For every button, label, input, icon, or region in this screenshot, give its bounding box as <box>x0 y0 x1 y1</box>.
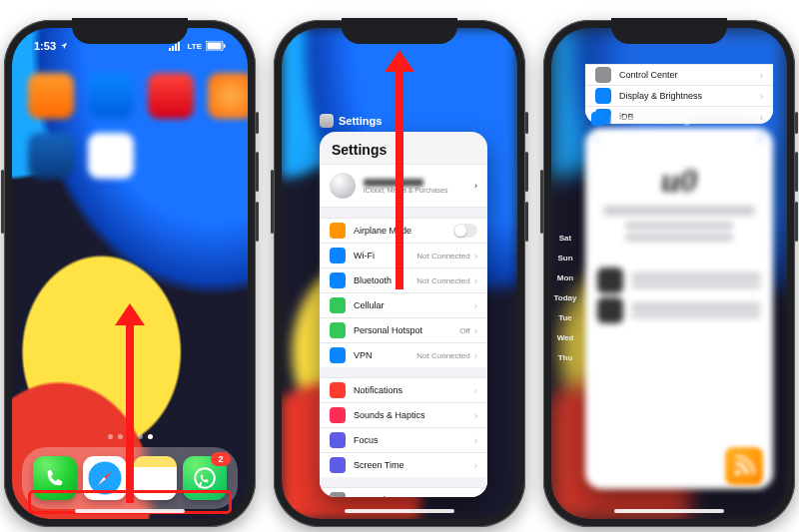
day-label: Mon <box>553 267 577 287</box>
settings-row-label: Wi-Fi <box>354 251 410 261</box>
settings-row-value: Off <box>459 326 470 335</box>
notch <box>72 18 188 44</box>
settings-row-icon <box>595 67 611 83</box>
back-icon[interactable]: ‹ <box>595 134 598 145</box>
settings-row-icon <box>330 492 346 497</box>
settings-row-icon <box>330 223 346 239</box>
thumb <box>597 267 623 293</box>
iphone-frame-2: Settings Settings iCloud, Media & Purcha… <box>274 20 525 527</box>
home-indicator[interactable] <box>345 509 454 513</box>
settings-row-icon <box>330 382 346 398</box>
settings-row[interactable]: Personal Hotspot Off› <box>320 317 487 342</box>
whatsapp-badge: 2 <box>211 452 231 466</box>
notch <box>342 18 457 44</box>
blog-app-card[interactable]: ‹ ⤴ u0 <box>585 128 773 489</box>
settings-row-icon <box>595 88 611 104</box>
day-label: Sun <box>553 248 577 267</box>
settings-icon <box>320 114 334 128</box>
switcher-card-label: iDownloadBlog <box>610 113 690 125</box>
settings-row-icon <box>330 432 346 448</box>
chevron-icon: › <box>474 251 477 262</box>
day-label: Sat <box>553 228 577 248</box>
page-indicator[interactable] <box>12 434 248 439</box>
tutorial-image: 1:53 LTE <box>0 0 799 532</box>
settings-row[interactable]: VPN Not Connected› <box>320 342 487 367</box>
thumb <box>597 297 623 323</box>
chevron-icon: › <box>474 350 477 361</box>
chevron-icon: › <box>474 300 477 311</box>
app-switcher[interactable]: Settings Settings iCloud, Media & Purcha… <box>282 28 517 519</box>
settings-row-value: Not Connected <box>416 351 469 360</box>
svg-rect-2 <box>175 44 177 51</box>
day-label: Wed <box>553 327 577 347</box>
apple-id-cell[interactable]: iCloud, Media & Purchases › <box>320 164 487 208</box>
svg-rect-5 <box>208 43 222 50</box>
day-label: Thu <box>553 347 577 367</box>
settings-row-label: Personal Hotspot <box>354 325 453 335</box>
settings-row-icon <box>330 272 346 288</box>
calendar-day-column-blurred: SatSunMonTodayTueWedThu <box>553 228 577 367</box>
svg-point-14 <box>735 470 741 476</box>
home-indicator[interactable] <box>614 509 724 513</box>
settings-row-label: Notifications <box>354 385 470 395</box>
day-label: Today <box>553 287 577 307</box>
settings-row-label: Sounds & Haptics <box>354 410 470 420</box>
settings-row-label: Display & Brightness <box>619 91 756 101</box>
svg-rect-0 <box>169 48 171 51</box>
settings-row-label: General <box>354 495 470 497</box>
settings-row[interactable]: Bluetooth Not Connected› <box>320 267 487 292</box>
day-label: Tue <box>553 307 577 327</box>
settings-row-icon <box>330 248 346 264</box>
settings-row-icon <box>330 347 346 363</box>
settings-row-icon <box>330 322 346 338</box>
settings-general-group: General › Control Center › Display & Bri… <box>320 487 487 497</box>
settings-row-icon <box>330 297 346 313</box>
svg-rect-1 <box>172 46 174 51</box>
iphone-frame-1: 1:53 LTE <box>4 20 256 527</box>
status-time: 1:53 <box>34 40 56 52</box>
iphone-frame-3: SatSunMonTodayTueWedThu Control Center ›… <box>543 20 795 527</box>
chevron-icon: › <box>474 325 477 336</box>
settings-row[interactable]: Notifications › <box>320 377 487 402</box>
settings-row-label: Control Center <box>619 70 756 80</box>
status-carrier: LTE <box>187 42 202 51</box>
switcher-card-label: Settings <box>339 115 382 127</box>
home-screen[interactable]: 1:53 LTE <box>12 28 248 519</box>
settings-row[interactable]: Display & Brightness › <box>585 85 773 106</box>
blurred-text <box>625 222 733 230</box>
settings-row[interactable]: Airplane Mode <box>320 218 487 243</box>
settings-row-icon <box>330 457 346 473</box>
article-logo: u0 <box>585 162 773 200</box>
phone-icon <box>44 467 66 489</box>
blurred-text <box>603 206 755 216</box>
chevron-icon: › <box>474 385 477 396</box>
switcher-card-title: iDownloadBlog <box>591 112 690 126</box>
settings-heading: Settings <box>320 132 487 164</box>
settings-row-label: Bluetooth <box>354 275 410 285</box>
settings-row-label: Screen Time <box>354 460 470 470</box>
share-icon[interactable]: ⤴ <box>758 134 763 145</box>
settings-row-icon <box>330 407 346 423</box>
battery-icon <box>206 41 226 51</box>
switcher-card-title: Settings <box>320 114 382 128</box>
settings-row[interactable]: Cellular › <box>320 292 487 317</box>
settings-row-label: Cellular <box>354 300 470 310</box>
app-switcher[interactable]: SatSunMonTodayTueWedThu Control Center ›… <box>551 28 787 519</box>
settings-network-group: Airplane Mode Wi-Fi Not Connected› Bluet… <box>320 218 487 367</box>
rss-icon <box>725 447 763 485</box>
settings-row[interactable]: Control Center › <box>585 64 773 85</box>
chevron-icon: › <box>474 181 477 191</box>
settings-row-label: Focus <box>354 435 470 445</box>
chevron-icon: › <box>760 112 763 123</box>
settings-app-card[interactable]: Settings iCloud, Media & Purchases › Air… <box>320 132 487 497</box>
settings-row[interactable]: Sounds & Haptics › <box>320 402 487 427</box>
settings-row-label: Airplane Mode <box>354 226 453 236</box>
settings-row[interactable]: Wi-Fi Not Connected› <box>320 243 487 267</box>
settings-row[interactable]: Focus › <box>320 427 487 452</box>
toggle[interactable] <box>453 224 477 238</box>
svg-rect-3 <box>178 42 180 51</box>
settings-row[interactable]: General › <box>320 487 487 497</box>
app-icon <box>591 112 605 126</box>
settings-row[interactable]: Screen Time › <box>320 452 487 477</box>
home-indicator[interactable] <box>75 509 185 513</box>
